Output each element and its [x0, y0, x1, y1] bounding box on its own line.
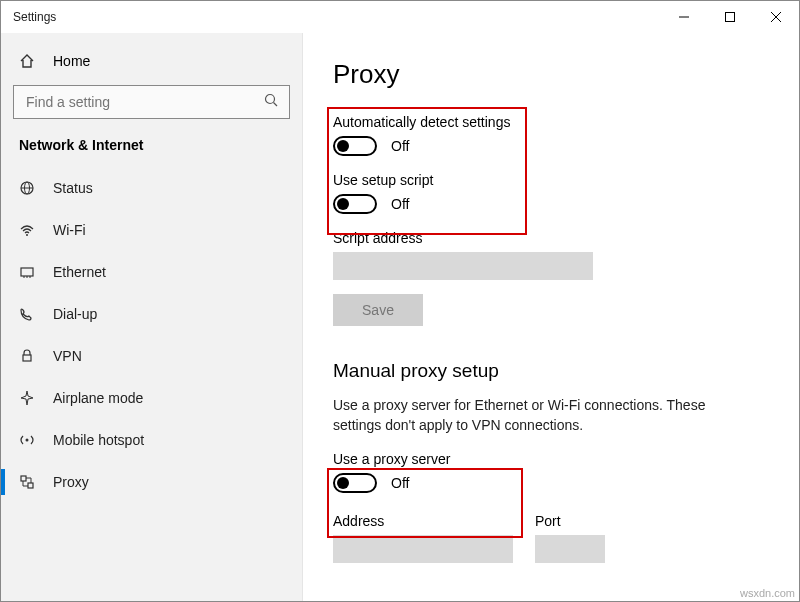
sidebar-item-label: Wi-Fi — [53, 222, 86, 238]
vpn-icon — [19, 348, 37, 364]
auto-detect-label: Automatically detect settings — [333, 114, 769, 130]
wifi-icon — [19, 222, 37, 238]
save-button[interactable]: Save — [333, 294, 423, 326]
category-header: Network & Internet — [1, 133, 302, 167]
home-icon — [19, 53, 37, 69]
home-button[interactable]: Home — [1, 45, 302, 79]
sidebar-item-label: Proxy — [53, 474, 89, 490]
watermark: wsxdn.com — [740, 587, 795, 599]
setup-script-state: Off — [391, 196, 409, 212]
sidebar-item-ethernet[interactable]: Ethernet — [1, 251, 302, 293]
sidebar-item-proxy[interactable]: Proxy — [1, 461, 302, 503]
use-proxy-toggle[interactable] — [333, 473, 377, 493]
maximize-button[interactable] — [707, 1, 753, 33]
svg-line-5 — [274, 103, 278, 107]
toggle-knob — [337, 140, 349, 152]
sidebar-item-label: VPN — [53, 348, 82, 364]
sidebar-item-vpn[interactable]: VPN — [1, 335, 302, 377]
sidebar-item-label: Mobile hotspot — [53, 432, 144, 448]
maximize-icon — [725, 12, 735, 22]
use-proxy-label: Use a proxy server — [333, 451, 769, 467]
sidebar-item-status[interactable]: Status — [1, 167, 302, 209]
minimize-icon — [679, 12, 689, 22]
svg-point-9 — [26, 234, 28, 236]
proxy-icon — [19, 474, 37, 490]
sidebar: Home Network & Internet Status Wi-Fi — [1, 33, 303, 601]
home-label: Home — [53, 53, 90, 69]
sidebar-item-label: Dial-up — [53, 306, 97, 322]
svg-point-15 — [26, 439, 29, 442]
toggle-knob — [337, 198, 349, 210]
dialup-icon — [19, 306, 37, 322]
address-input[interactable] — [333, 535, 513, 563]
script-address-label: Script address — [333, 230, 769, 246]
setup-script-label: Use setup script — [333, 172, 769, 188]
manual-proxy-header: Manual proxy setup — [333, 360, 769, 382]
port-label: Port — [535, 513, 605, 529]
address-label: Address — [333, 513, 513, 529]
search-box[interactable] — [13, 85, 290, 119]
titlebar: Settings — [1, 1, 799, 33]
close-button[interactable] — [753, 1, 799, 33]
manual-proxy-desc: Use a proxy server for Ethernet or Wi-Fi… — [333, 396, 753, 435]
port-input[interactable] — [535, 535, 605, 563]
use-proxy-state: Off — [391, 475, 409, 491]
nav-list: Status Wi-Fi Ethernet Dial-up VPN — [1, 167, 302, 503]
auto-detect-toggle[interactable] — [333, 136, 377, 156]
settings-window: Settings Home — [0, 0, 800, 602]
hotspot-icon — [19, 432, 37, 448]
script-address-input[interactable] — [333, 252, 593, 280]
window-title: Settings — [13, 10, 56, 24]
page-title: Proxy — [333, 59, 769, 90]
airplane-icon — [19, 390, 37, 406]
sidebar-item-dialup[interactable]: Dial-up — [1, 293, 302, 335]
auto-detect-state: Off — [391, 138, 409, 154]
search-input[interactable] — [24, 93, 264, 111]
sidebar-item-airplane[interactable]: Airplane mode — [1, 377, 302, 419]
search-icon — [264, 93, 279, 111]
window-controls — [661, 1, 799, 33]
sidebar-item-label: Ethernet — [53, 264, 106, 280]
minimize-button[interactable] — [661, 1, 707, 33]
svg-rect-16 — [21, 476, 26, 481]
svg-rect-10 — [21, 268, 33, 276]
setup-script-toggle[interactable] — [333, 194, 377, 214]
main-panel: Proxy Automatically detect settings Off … — [303, 33, 799, 601]
toggle-knob — [337, 477, 349, 489]
svg-point-4 — [266, 95, 275, 104]
ethernet-icon — [19, 264, 37, 280]
sidebar-item-wifi[interactable]: Wi-Fi — [1, 209, 302, 251]
globe-icon — [19, 180, 37, 196]
svg-rect-17 — [28, 483, 33, 488]
sidebar-item-label: Status — [53, 180, 93, 196]
sidebar-item-label: Airplane mode — [53, 390, 143, 406]
close-icon — [771, 12, 781, 22]
svg-rect-1 — [726, 13, 735, 22]
svg-rect-14 — [23, 355, 31, 361]
sidebar-item-hotspot[interactable]: Mobile hotspot — [1, 419, 302, 461]
